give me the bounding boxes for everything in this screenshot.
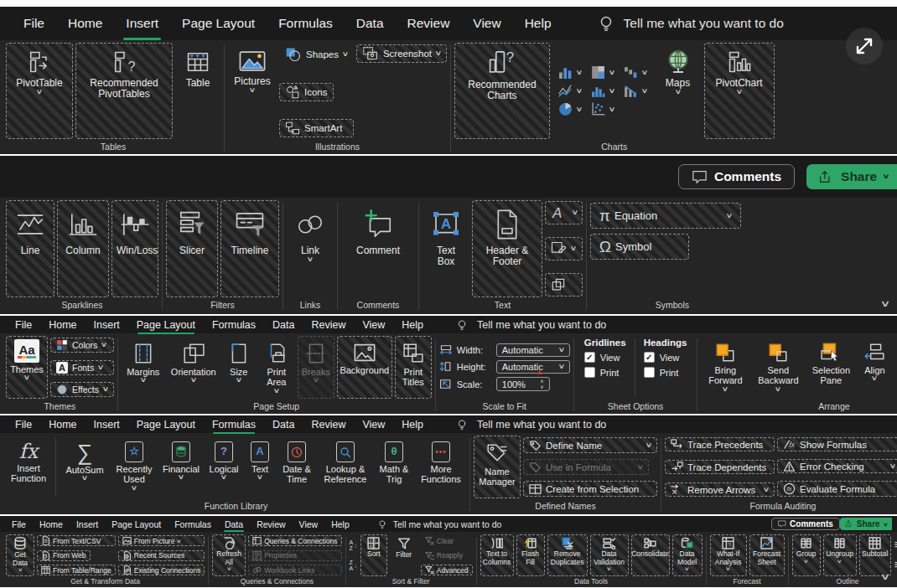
- theme-effects-button[interactable]: Effects ∨: [50, 382, 114, 397]
- pie-chart-button[interactable]: ∨: [557, 101, 582, 117]
- text-to-columns-button[interactable]: Text to Columns: [480, 534, 514, 576]
- tab-page-layout[interactable]: Page Layout: [128, 419, 204, 431]
- consolidate-button[interactable]: Consolidate: [631, 534, 670, 576]
- recommended-pivottables-button[interactable]: ? Recommended PivotTables: [75, 43, 173, 139]
- themes-button[interactable]: Aa Themes ∨: [6, 336, 48, 399]
- remove-duplicates-button[interactable]: Remove Duplicates: [547, 534, 588, 576]
- screenshot-button[interactable]: Screenshot ∨: [356, 44, 447, 63]
- refresh-all-button[interactable]: Refresh All ∨: [212, 534, 246, 576]
- recent-sources-button[interactable]: Recent Sources: [118, 550, 205, 561]
- tab-view[interactable]: View: [293, 519, 325, 529]
- selection-pane-button[interactable]: Selection Pane: [806, 336, 855, 399]
- use-in-formula-button[interactable]: Use in Formula ∨: [523, 459, 649, 475]
- line-sparkline-button[interactable]: Line: [6, 200, 54, 297]
- line-chart-button[interactable]: ∨: [557, 83, 582, 99]
- properties-button[interactable]: Properties: [248, 550, 341, 561]
- headings-print-checkbox[interactable]: Print: [644, 367, 687, 378]
- sort-button[interactable]: Z AA Z Sort: [360, 534, 387, 576]
- tab-help[interactable]: Help: [393, 419, 432, 431]
- object-button[interactable]: [545, 273, 583, 297]
- tab-formulas[interactable]: Formulas: [204, 319, 264, 331]
- winloss-sparkline-button[interactable]: Win/Loss: [111, 200, 158, 297]
- sort-ascending-icon[interactable]: AZ↓: [350, 539, 358, 551]
- background-button[interactable]: Background: [337, 336, 392, 399]
- recently-used-button[interactable]: ☆ Recently Used ∨: [111, 436, 157, 498]
- slicer-button[interactable]: Slicer: [166, 200, 218, 297]
- shapes-button[interactable]: Shapes ∨: [279, 44, 354, 64]
- tab-formulas[interactable]: Formulas: [168, 519, 218, 529]
- data-model-button[interactable]: Data Model ∨: [672, 534, 703, 576]
- date-time-button[interactable]: Date & Time: [277, 436, 316, 498]
- from-web-button[interactable]: From Web: [37, 550, 91, 561]
- group-rows-button[interactable]: Group ∨: [792, 534, 821, 576]
- margins-button[interactable]: Margins ∨: [122, 336, 165, 399]
- tab-insert[interactable]: Insert: [114, 16, 170, 31]
- icons-button[interactable]: Icons: [279, 83, 334, 101]
- comments-button[interactable]: Comments: [678, 164, 795, 189]
- tellme-box[interactable]: Tell me what you want to do: [393, 519, 502, 529]
- tab-review[interactable]: Review: [396, 16, 462, 31]
- pivotchart-button[interactable]: PivotChart ∨: [704, 43, 775, 139]
- define-name-button[interactable]: Define Name ∨: [523, 437, 657, 453]
- tab-formulas[interactable]: Formulas: [204, 419, 264, 431]
- insert-function-button[interactable]: fx Insert Function: [6, 436, 51, 498]
- reapply-filter-button[interactable]: Reapply: [421, 550, 473, 561]
- tab-page-layout[interactable]: Page Layout: [128, 319, 204, 331]
- collapse-ribbon-icon[interactable]: ∨: [880, 571, 891, 582]
- tab-page-layout[interactable]: Page Layout: [170, 16, 267, 31]
- tab-home[interactable]: Home: [56, 16, 114, 31]
- signature-line-button[interactable]: ∨: [545, 237, 583, 260]
- filter-button[interactable]: Filter: [390, 534, 418, 576]
- tellme-box[interactable]: Tell me what you want to do: [477, 319, 606, 331]
- bring-forward-button[interactable]: Bring Forward ∨: [701, 336, 749, 399]
- maps-button[interactable]: Maps ∨: [655, 43, 702, 139]
- tab-view[interactable]: View: [461, 16, 512, 31]
- create-from-selection-button[interactable]: Create from Selection: [523, 481, 657, 497]
- header-footer-button[interactable]: Header & Footer: [472, 200, 542, 297]
- theme-fonts-button[interactable]: A Fonts ∨: [50, 360, 114, 375]
- data-validation-button[interactable]: Data Validation ∨: [590, 534, 629, 576]
- get-data-button[interactable]: Get Data ∨: [6, 534, 34, 576]
- from-table-range-button[interactable]: From Table/Range: [37, 565, 116, 575]
- combo-chart-button[interactable]: ∨: [623, 83, 647, 99]
- from-picture-button[interactable]: From Picture∨: [118, 535, 205, 546]
- trace-dependents-button[interactable]: Trace Dependents: [665, 460, 775, 474]
- advanced-filter-button[interactable]: Advanced: [421, 565, 473, 575]
- tab-help[interactable]: Help: [513, 16, 563, 31]
- show-formulas-button[interactable]: fx Show Formulas: [777, 437, 897, 451]
- name-manager-button[interactable]: Name Manager: [474, 436, 521, 498]
- clear-filter-button[interactable]: Clear: [421, 535, 473, 546]
- hide-detail-icon[interactable]: [894, 561, 897, 570]
- remove-arrows-button[interactable]: Remove Arrows ∨: [665, 482, 775, 497]
- tellme-box[interactable]: Tell me what you want to do: [624, 16, 784, 31]
- timeline-button[interactable]: Timeline: [220, 200, 279, 297]
- wordart-button[interactable]: A ∨: [545, 201, 583, 224]
- workbook-links-button[interactable]: Workbook Links: [248, 565, 341, 575]
- orientation-button[interactable]: Orientation ∨: [168, 336, 220, 399]
- print-area-button[interactable]: Print Area ∨: [258, 336, 295, 399]
- group-button[interactable]: Group ∨: [894, 336, 897, 399]
- pivottable-button[interactable]: PivotTable ∨: [6, 43, 73, 139]
- tab-view[interactable]: View: [354, 319, 393, 331]
- tab-home[interactable]: Home: [40, 419, 85, 431]
- forecast-sheet-button[interactable]: Forecast Sheet: [749, 534, 785, 576]
- height-dropdown[interactable]: Automatic∨▲: [496, 360, 570, 374]
- scatter-chart-button[interactable]: ∨: [590, 101, 614, 117]
- symbol-button[interactable]: Ω Symbol: [590, 234, 689, 260]
- tab-formulas[interactable]: Formulas: [267, 16, 345, 31]
- recommended-charts-button[interactable]: ? Recommended Charts: [454, 43, 550, 139]
- collapse-ribbon-icon[interactable]: ∨: [880, 298, 891, 309]
- existing-connections-button[interactable]: Existing Connections: [118, 565, 205, 575]
- tab-data[interactable]: Data: [345, 16, 396, 31]
- align-button[interactable]: Align ∨: [858, 336, 891, 399]
- tab-page-layout[interactable]: Page Layout: [105, 519, 168, 529]
- comments-button[interactable]: Comments: [771, 518, 840, 530]
- tab-file[interactable]: File: [12, 16, 56, 31]
- subtotal-button[interactable]: Subtotal: [859, 534, 891, 576]
- what-if-button[interactable]: ? What-If Analysis ∨: [710, 534, 747, 576]
- equation-button[interactable]: π Equation ∨: [590, 203, 741, 229]
- tab-review[interactable]: Review: [250, 519, 292, 529]
- column-sparkline-button[interactable]: Column: [57, 200, 109, 297]
- breaks-button[interactable]: Breaks ∨: [298, 336, 334, 399]
- share-button[interactable]: Share∨: [840, 518, 892, 530]
